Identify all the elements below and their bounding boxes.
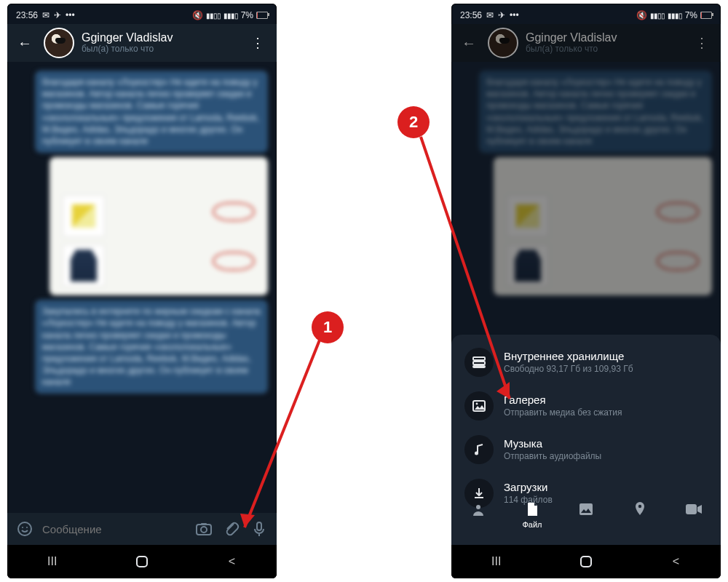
attach-tab-contact[interactable] <box>456 500 500 519</box>
svg-point-17 <box>638 505 641 508</box>
recent-apps-button[interactable]: III <box>486 551 507 572</box>
status-icon-telegram: ✈ <box>498 10 505 20</box>
more-options-icon[interactable]: ⋮ <box>689 35 715 51</box>
status-icon-more: ••• <box>510 10 519 20</box>
back-arrow-icon[interactable]: ← <box>457 32 480 55</box>
svg-point-0 <box>18 522 31 535</box>
emoji-icon[interactable] <box>13 517 36 541</box>
attach-tab-file[interactable]: Файл <box>510 500 554 529</box>
svg-rect-5 <box>201 523 207 525</box>
signal-icon-2: ▮▮▮▯ <box>223 12 238 20</box>
signal-icon-1: ▮▮▯▯ <box>650 12 665 20</box>
attach-option-gallery[interactable]: Галерея Отправить медиа без сжатия <box>451 384 721 428</box>
battery-icon <box>256 12 268 19</box>
camera-icon[interactable] <box>192 517 215 541</box>
attachment-tabs: Файл <box>451 495 721 545</box>
svg-rect-8 <box>473 357 485 360</box>
svg-rect-18 <box>686 504 697 514</box>
battery-pct: 7% <box>685 10 697 20</box>
file-icon <box>523 500 542 519</box>
svg-rect-16 <box>579 503 593 515</box>
svg-rect-7 <box>137 557 147 567</box>
attachment-panel: Внутреннее хранилище Свободно 93,17 Гб и… <box>451 335 721 545</box>
contact-status: был(а) только что <box>526 44 682 55</box>
svg-point-15 <box>476 505 480 509</box>
back-button[interactable]: < <box>665 551 686 572</box>
message-input[interactable] <box>41 522 188 536</box>
svg-rect-10 <box>473 366 485 367</box>
video-icon <box>684 500 703 519</box>
attach-option-music[interactable]: Музыка Отправить аудиофайлы <box>451 428 721 471</box>
attach-storage-sub: Свободно 93,17 Гб из 109,93 Гб <box>504 364 633 375</box>
battery-pct: 7% <box>241 10 253 20</box>
attach-tab-file-label: Файл <box>522 520 542 529</box>
battery-icon <box>700 12 712 19</box>
attach-tab-gallery[interactable] <box>564 500 608 519</box>
contact-block[interactable]: Gginger Vladislav был(а) только что <box>82 31 238 55</box>
svg-rect-6 <box>257 522 261 530</box>
gallery-tab-icon <box>577 500 596 519</box>
android-navbar: III < <box>7 545 277 578</box>
svg-point-2 <box>26 527 28 528</box>
attach-option-storage[interactable]: Внутреннее хранилище Свободно 93,17 Гб и… <box>451 340 721 384</box>
back-arrow-icon[interactable]: ← <box>13 32 36 55</box>
status-icon-telegram: ✈ <box>54 10 61 20</box>
status-icon-mail: ✉ <box>486 10 494 20</box>
message-input-bar <box>7 513 277 545</box>
message-bubble: Закупались в интернете по жирным скидкам… <box>35 300 268 394</box>
status-bar: 23:56 ✉ ✈ ••• 🔇 ▮▮▯▯ ▮▮▮▯ 7% <box>7 4 277 24</box>
music-icon <box>464 435 494 464</box>
more-options-icon[interactable]: ⋮ <box>245 35 271 51</box>
home-button[interactable] <box>132 551 152 572</box>
contact-avatar[interactable] <box>488 28 518 58</box>
message-image-card <box>50 157 268 295</box>
status-icon-more: ••• <box>66 10 75 20</box>
contact-block[interactable]: Gginger Vladislav был(а) только что <box>526 31 682 55</box>
attach-gallery-sub: Отправить медиа без сжатия <box>504 407 622 418</box>
attach-downloads-title: Загрузки <box>504 481 553 495</box>
svg-rect-9 <box>473 362 485 364</box>
status-time: 23:56 <box>460 10 482 20</box>
svg-point-1 <box>22 527 23 528</box>
chat-body[interactable]: благодаря каналу «Лоукостер» Не идите на… <box>7 62 277 516</box>
attach-storage-title: Внутреннее хранилище <box>504 350 633 364</box>
attach-gallery-title: Галерея <box>504 394 622 407</box>
gallery-icon <box>464 391 494 420</box>
chat-header: ← Gginger Vladislav был(а) только что ⋮ <box>451 24 721 62</box>
svg-rect-19 <box>581 557 591 567</box>
status-time: 23:56 <box>16 10 38 20</box>
location-icon <box>630 500 649 519</box>
contact-name: Gginger Vladislav <box>526 31 682 44</box>
status-bar: 23:56 ✉ ✈ ••• 🔇 ▮▮▯▯ ▮▮▮▯ 7% <box>451 4 721 24</box>
message-image-card <box>494 157 712 295</box>
vibrate-icon: 🔇 <box>636 10 647 20</box>
mic-icon[interactable] <box>248 517 271 541</box>
message-bubble: благодаря каналу «Лоукостер» Не идите на… <box>35 71 268 153</box>
contact-avatar[interactable] <box>44 28 74 58</box>
attach-tab-camera[interactable] <box>672 500 716 519</box>
signal-icon-2: ▮▮▮▯ <box>668 12 682 20</box>
annotation-badge-2: 2 <box>399 108 428 137</box>
signal-icon-1: ▮▮▯▯ <box>206 12 221 20</box>
contact-icon <box>469 500 488 519</box>
svg-point-12 <box>476 403 478 405</box>
contact-status: был(а) только что <box>82 44 238 55</box>
phone-screenshot-left: 23:56 ✉ ✈ ••• 🔇 ▮▮▯▯ ▮▮▮▯ 7% ← Gginger V… <box>7 4 277 578</box>
vibrate-icon: 🔇 <box>192 10 203 20</box>
recent-apps-button[interactable]: III <box>42 551 63 572</box>
phone-screenshot-right: 23:56 ✉ ✈ ••• 🔇 ▮▮▯▯ ▮▮▮▯ 7% ← Gginger V… <box>451 4 721 578</box>
attach-music-sub: Отправить аудиофайлы <box>504 451 601 462</box>
chat-header: ← Gginger Vladislav был(а) только что ⋮ <box>7 24 277 62</box>
attach-tab-location[interactable] <box>618 500 662 519</box>
svg-point-13 <box>475 452 478 455</box>
status-icon-mail: ✉ <box>42 10 50 20</box>
attach-icon[interactable] <box>220 517 243 541</box>
attach-music-title: Музыка <box>504 437 601 451</box>
back-button[interactable]: < <box>221 551 242 572</box>
storage-icon <box>464 348 494 377</box>
message-bubble: благодаря каналу «Лоукостер» Не идите на… <box>479 71 712 153</box>
home-button[interactable] <box>576 551 596 572</box>
annotation-badge-1: 1 <box>313 313 342 342</box>
svg-point-4 <box>201 527 207 533</box>
chat-body-dimmed: благодаря каналу «Лоукостер» Не идите на… <box>451 62 721 331</box>
